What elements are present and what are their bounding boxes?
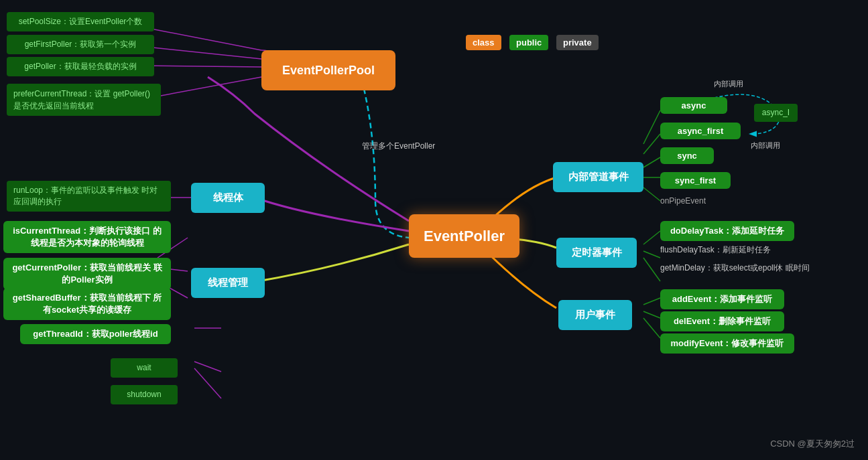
thread-method-1: isCurrentThread：判断执行该接口 的线程是否为本对象的轮询线程 — [3, 221, 171, 253]
thread-method-2: getCurrentPoller：获取当前线程关 联的Poller实例 — [3, 258, 171, 290]
inner-pipe-node: 内部管道事件 — [553, 162, 643, 192]
svg-line-11 — [643, 110, 660, 144]
svg-line-21 — [643, 318, 660, 338]
sync-method: sync — [660, 147, 714, 164]
diagram-container: class public private EventPollerPool set… — [0, 0, 868, 460]
do-delay-task: doDelayTask：添加延时任务 — [660, 221, 794, 241]
timer-event-node: 定时器事件 — [556, 238, 637, 268]
pool-method-2: getFirstPoller：获取第一个实例 — [7, 35, 154, 54]
tag-public: public — [509, 35, 548, 50]
svg-line-15 — [643, 187, 660, 201]
svg-line-16 — [643, 231, 660, 244]
svg-line-20 — [643, 311, 660, 318]
runloop-method: runLoop：事件的监听以及事件触发 时对应回调的执行 — [7, 181, 171, 212]
tag-private: private — [556, 35, 599, 50]
svg-line-2 — [141, 66, 261, 67]
internal-call-label-1: 内部调用 — [714, 79, 743, 89]
pool-method-4: preferCurrentThread：设置 getPoller() 是否优先返… — [7, 84, 161, 116]
thread-method-6: shutdown — [111, 385, 178, 404]
pool-node: EventPollerPool — [261, 50, 395, 90]
svg-line-12 — [643, 134, 660, 154]
on-pipe-event-label: onPipeEvent — [660, 196, 706, 206]
pool-method-1: setPoolSize：设置EventPoller个数 — [7, 12, 154, 31]
svg-line-13 — [643, 157, 660, 167]
pool-method-3: getPoller：获取最轻负载的实例 — [7, 57, 154, 76]
modify-event: modifyEvent：修改事件监听 — [660, 333, 794, 354]
svg-line-19 — [643, 298, 660, 305]
thread-mgmt-node: 线程管理 — [191, 268, 265, 298]
flush-delay-task: flushDelayTask：刷新延时任务 — [660, 244, 771, 256]
thread-method-3: getSharedBuffer：获取当前线程下 所有socket共享的读缓存 — [3, 288, 171, 320]
internal-call-label-2: 内部调用 — [751, 141, 780, 151]
thread-method-4: getThreadId：获取poller线程id — [20, 324, 171, 344]
thread-body-node: 线程体 — [191, 183, 265, 213]
async-i-node: async_I — [754, 104, 798, 122]
center-node: EventPoller — [409, 214, 519, 258]
svg-line-17 — [643, 251, 660, 258]
watermark: CSDN @夏天匆匆2过 — [770, 438, 855, 450]
add-event: addEvent：添加事件监听 — [660, 289, 784, 309]
get-min-delay: getMinDelay：获取select或epoll休 眠时间 — [660, 262, 821, 274]
async-method: async — [660, 97, 727, 114]
thread-method-5: wait — [111, 358, 178, 378]
manage-label: 管理多个EventPoller — [362, 141, 435, 152]
del-event: delEvent：删除事件监听 — [660, 311, 784, 331]
user-event-node: 用户事件 — [558, 300, 632, 330]
svg-line-9 — [194, 362, 221, 372]
svg-line-18 — [643, 258, 660, 281]
sync-first-method: sync_first — [660, 172, 731, 189]
tag-class: class — [466, 35, 501, 50]
async-first-method: async_first — [660, 123, 741, 139]
svg-line-10 — [194, 368, 221, 398]
